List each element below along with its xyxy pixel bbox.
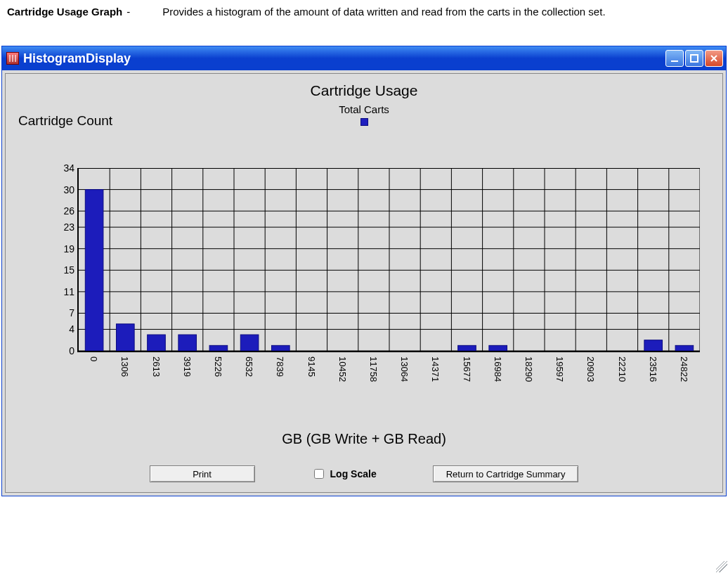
y-tick: 7 (53, 307, 74, 318)
y-tick: 19 (53, 243, 74, 255)
toolbar: Print Log Scale Return to Cartridge Summ… (11, 460, 717, 491)
logscale-input[interactable] (314, 469, 324, 479)
svg-rect-34 (116, 324, 134, 351)
x-tick: 22210 (617, 356, 628, 382)
svg-rect-39 (271, 345, 290, 351)
svg-rect-1 (691, 55, 698, 62)
x-tick: 1306 (119, 356, 130, 377)
x-tick: 16984 (493, 356, 503, 382)
legend-swatch-icon (360, 118, 368, 126)
titlebar[interactable]: HistogramDisplay (2, 46, 726, 70)
minimize-button[interactable] (665, 50, 684, 67)
chart-frame: Cartridge Usage Total Carts Cartridge Co… (5, 73, 723, 493)
logscale-checkbox[interactable]: Log Scale (311, 467, 377, 481)
svg-rect-0 (671, 60, 678, 62)
window-title: HistogramDisplay (23, 51, 665, 66)
plot-svg (79, 168, 700, 351)
svg-rect-41 (489, 345, 507, 351)
svg-rect-37 (209, 345, 228, 351)
y-tick: 4 (53, 323, 74, 335)
y-tick: 26 (53, 205, 74, 217)
x-tick: 14371 (430, 356, 441, 382)
logscale-label: Log Scale (330, 468, 377, 479)
x-tick: 2613 (151, 356, 162, 377)
maximize-icon (689, 53, 699, 63)
doc-header: Cartridge Usage Graph - Provides a histo… (0, 0, 728, 25)
plot (77, 168, 700, 352)
close-icon (709, 53, 719, 63)
chart-legend: Total Carts (11, 103, 717, 127)
maximize-button[interactable] (685, 50, 703, 67)
x-tick: 11758 (368, 356, 379, 382)
svg-rect-38 (240, 335, 259, 351)
y-tick: 0 (53, 345, 74, 356)
svg-rect-33 (85, 190, 103, 351)
definition-term: Cartridge Usage Graph (7, 6, 122, 18)
y-tick: 23 (53, 221, 74, 233)
x-tick: 23516 (648, 356, 658, 382)
window-controls (665, 50, 723, 67)
y-tick: 11 (53, 286, 74, 297)
x-tick: 15677 (462, 356, 472, 382)
legend-label: Total Carts (339, 103, 389, 115)
svg-rect-36 (178, 335, 197, 351)
x-tick: 18290 (524, 356, 534, 382)
app-window: HistogramDisplay Cartridge Usage Total C… (1, 46, 727, 496)
client-area: Cartridge Usage Total Carts Cartridge Co… (2, 70, 726, 496)
close-button[interactable] (705, 50, 723, 67)
x-tick: 19597 (554, 356, 565, 382)
chart-title: Cartridge Usage (11, 82, 717, 99)
y-axis-label: Cartridge Count (18, 113, 112, 129)
app-icon (6, 52, 19, 65)
x-tick: 9145 (306, 356, 317, 377)
x-tick: 20903 (585, 356, 596, 382)
x-tick: 10452 (337, 356, 348, 382)
x-tick: 3919 (182, 356, 193, 377)
plot-area: 0471115192326303401306261339195226653278… (53, 168, 700, 394)
y-tick: 15 (53, 264, 74, 276)
x-tick: 0 (89, 356, 99, 361)
print-button[interactable]: Print (150, 465, 255, 482)
x-tick: 6532 (244, 356, 254, 377)
definition-description: Provides a histogram of the amount of da… (134, 6, 605, 18)
svg-rect-35 (148, 335, 166, 351)
definition-dash: - (122, 6, 134, 18)
minimize-icon (670, 53, 680, 63)
x-axis-label: GB (GB Write + GB Read) (11, 431, 717, 447)
x-tick: 24822 (679, 356, 689, 382)
svg-rect-42 (644, 340, 663, 351)
x-tick: 5226 (213, 356, 223, 377)
x-tick: 13064 (399, 356, 410, 382)
svg-rect-43 (675, 345, 694, 351)
x-tick: 7839 (275, 356, 285, 377)
y-tick: 34 (53, 162, 74, 174)
svg-rect-40 (458, 345, 476, 351)
y-tick: 30 (53, 184, 74, 195)
return-button[interactable]: Return to Cartridge Summary (433, 465, 579, 482)
